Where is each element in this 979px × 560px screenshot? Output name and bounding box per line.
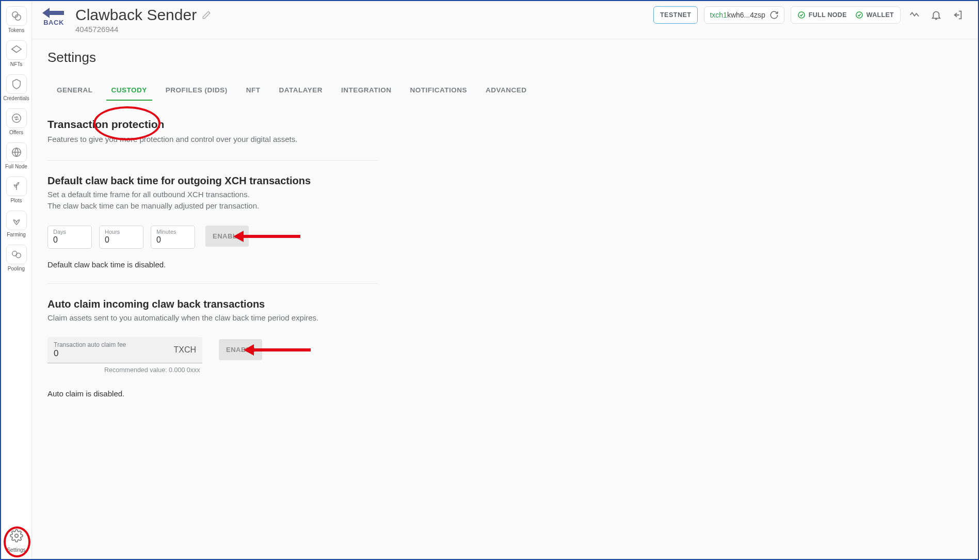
edit-pencil-icon[interactable] <box>202 10 211 20</box>
clawback-status: Default claw back time is disabled. <box>47 260 378 269</box>
tab-profiles[interactable]: PROFILES (DIDS) <box>156 80 237 100</box>
tab-nft[interactable]: NFT <box>237 80 270 100</box>
address-pill[interactable]: txch1kwh6...4zsp <box>704 6 784 24</box>
fee-label: Transaction auto claim fee <box>54 341 173 348</box>
hours-field[interactable]: Hours <box>99 226 143 249</box>
sidebar-item-label: Offers <box>9 130 23 135</box>
status-wallet: WALLET <box>855 11 894 19</box>
sidebar: Tokens NFTs Credentials Offers Full Node <box>1 1 32 559</box>
sidebar-item-label: NFTs <box>10 61 22 67</box>
svg-point-2 <box>12 114 21 123</box>
sidebar-item-label: Credentials <box>3 95 29 101</box>
page-title: Clawback Sender <box>75 6 197 24</box>
fee-unit: TXCH <box>173 345 196 355</box>
sidebar-item-credentials[interactable]: Credentials <box>5 74 28 101</box>
tab-notifications[interactable]: NOTIFICATIONS <box>401 80 477 100</box>
autoclaim-status: Auto claim is disabled. <box>47 389 378 398</box>
days-field[interactable]: Days <box>47 226 92 249</box>
status-fullnode: FULL NODE <box>797 11 847 19</box>
sidebar-item-farming[interactable]: Farming <box>5 211 28 237</box>
sidebar-item-label: Full Node <box>5 164 27 169</box>
tab-datalayer[interactable]: DATALAYER <box>270 80 332 100</box>
nfts-icon <box>6 40 27 60</box>
sidebar-item-fullnode[interactable]: Full Node <box>5 142 28 169</box>
sidebar-item-offers[interactable]: Offers <box>5 108 28 135</box>
divider <box>47 283 378 284</box>
check-icon <box>797 11 806 19</box>
sidebar-item-label: Plots <box>10 198 22 203</box>
plots-icon <box>6 177 27 196</box>
protection-title: Transaction protection <box>47 118 378 131</box>
farming-icon <box>6 211 27 230</box>
days-input[interactable] <box>53 235 86 245</box>
clawback-desc1: Set a default time frame for all outboun… <box>47 189 378 201</box>
logout-icon[interactable] <box>950 7 966 23</box>
header: BACK Clawback Sender 4045726944 TESTNET … <box>32 1 978 39</box>
pooling-icon <box>6 245 27 264</box>
enable-clawback-button[interactable]: ENABLE <box>205 226 249 247</box>
tab-custody[interactable]: CUSTODY <box>102 80 156 100</box>
refresh-icon[interactable] <box>769 10 779 20</box>
hours-input[interactable] <box>105 235 138 245</box>
autoclaim-title: Auto claim incoming claw back transactio… <box>47 298 378 310</box>
hours-label: Hours <box>105 229 138 235</box>
svg-point-6 <box>14 534 18 538</box>
check-icon <box>855 11 863 19</box>
address-prefix: txch1 <box>710 11 727 19</box>
back-label: BACK <box>43 19 64 26</box>
enable-autoclaim-button[interactable]: ENABLE <box>219 339 262 360</box>
minutes-label: Minutes <box>156 229 189 235</box>
sidebar-item-pooling[interactable]: Pooling <box>5 245 28 271</box>
tab-integration[interactable]: INTEGRATION <box>332 80 401 100</box>
tokens-icon <box>6 6 27 26</box>
fee-box[interactable]: Transaction auto claim fee TXCH <box>47 337 202 363</box>
sidebar-item-label: Pooling <box>8 266 25 271</box>
recommended-text: Recommended value: 0.000 0xxx <box>104 366 202 374</box>
minutes-field[interactable]: Minutes <box>151 226 195 249</box>
credentials-icon <box>6 74 27 94</box>
settings-icon <box>6 526 27 546</box>
page-subtitle: 4045726944 <box>75 25 211 34</box>
connect-icon[interactable] <box>907 7 922 23</box>
sidebar-item-label: Farming <box>7 232 26 237</box>
divider <box>47 160 378 161</box>
sidebar-item-settings[interactable]: Settings <box>5 526 28 553</box>
minutes-input[interactable] <box>156 235 189 245</box>
sidebar-item-nfts[interactable]: NFTs <box>5 40 28 67</box>
tab-advanced[interactable]: ADVANCED <box>476 80 536 100</box>
bell-icon[interactable] <box>928 7 944 23</box>
clawback-title: Default claw back time for outgoing XCH … <box>47 175 378 187</box>
sidebar-item-tokens[interactable]: Tokens <box>5 6 28 33</box>
address-rest: kwh6...4zsp <box>727 11 765 19</box>
sidebar-item-label: Tokens <box>8 27 25 33</box>
settings-tabs: GENERAL CUSTODY PROFILES (DIDS) NFT DATA… <box>47 80 962 101</box>
testnet-badge: TESTNET <box>653 6 698 24</box>
autoclaim-desc: Claim assets sent to you automatically w… <box>47 312 378 324</box>
svg-point-5 <box>16 253 21 258</box>
settings-heading: Settings <box>47 50 962 66</box>
back-arrow-icon <box>41 6 66 20</box>
protection-desc: Features to give you more protection and… <box>47 134 378 146</box>
clawback-desc2: The claw back time can be manually adjus… <box>47 200 378 212</box>
fee-input[interactable] <box>54 348 173 359</box>
offers-icon <box>6 108 27 128</box>
tab-general[interactable]: GENERAL <box>47 80 102 100</box>
days-label: Days <box>53 229 86 235</box>
sidebar-item-label: Settings <box>7 547 25 553</box>
fullnode-icon <box>6 142 27 162</box>
sidebar-item-plots[interactable]: Plots <box>5 177 28 203</box>
back-button[interactable]: BACK <box>41 6 66 26</box>
node-status-pill: FULL NODE WALLET <box>791 6 901 24</box>
